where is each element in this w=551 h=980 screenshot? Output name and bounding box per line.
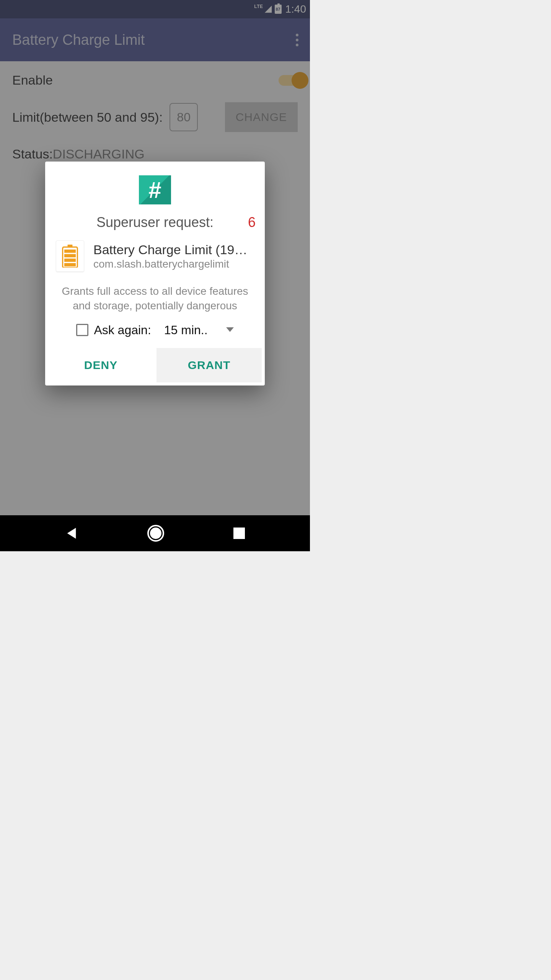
battery-app-icon: [56, 240, 84, 272]
ask-again-checkbox[interactable]: [76, 324, 88, 336]
nav-recent-button[interactable]: [233, 528, 245, 539]
svg-rect-4: [64, 258, 76, 262]
dialog-countdown: 6: [248, 214, 256, 230]
superuser-app-icon: #: [139, 175, 171, 204]
requesting-app-row: Battery Charge Limit (19… com.slash.batt…: [45, 237, 265, 279]
grant-button[interactable]: GRANT: [156, 348, 262, 382]
ask-again-value[interactable]: 15 min..: [164, 323, 208, 337]
dialog-button-row: DENY GRANT: [45, 348, 265, 385]
nav-home-button[interactable]: [147, 525, 164, 542]
svg-rect-3: [64, 254, 76, 258]
svg-rect-5: [64, 263, 76, 266]
dialog-warning: Grants full access to all device feature…: [45, 279, 265, 322]
requesting-app-name: Battery Charge Limit (19…: [93, 242, 256, 257]
ask-again-label: Ask again:: [94, 323, 151, 337]
superuser-dialog: # Superuser request: 6 Battery Charge Li…: [45, 162, 265, 385]
navigation-bar: [0, 515, 310, 551]
svg-rect-2: [64, 250, 76, 253]
nav-back-button[interactable]: [65, 527, 78, 540]
chevron-down-icon[interactable]: [226, 327, 234, 333]
deny-button[interactable]: DENY: [48, 348, 153, 382]
dialog-title: Superuser request:: [96, 214, 214, 230]
requesting-app-package: com.slash.batterychargelimit: [93, 258, 256, 270]
ask-again-row: Ask again: 15 min..: [45, 322, 265, 348]
